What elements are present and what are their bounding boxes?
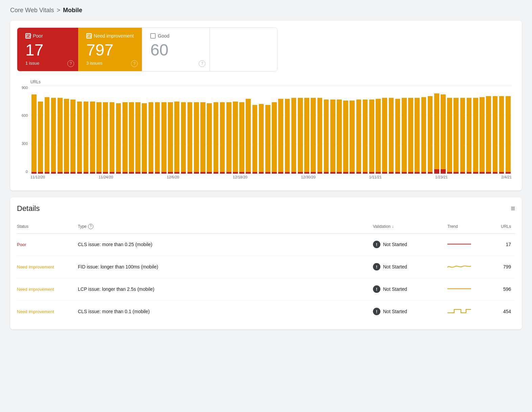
chart-y-label: URLs	[17, 80, 512, 84]
bar-need	[214, 102, 219, 172]
bar-group	[278, 86, 284, 174]
cell-type[interactable]: LCP issue: longer than 2.5s (mobile)	[78, 278, 373, 300]
bar-group	[187, 86, 193, 174]
bar-need	[96, 102, 102, 172]
bar-group	[252, 86, 258, 174]
bar-need	[453, 98, 459, 172]
bar-need	[363, 100, 368, 172]
bar-group	[96, 86, 102, 174]
bar-need	[467, 98, 472, 172]
bar-group	[427, 86, 433, 174]
bar-need	[499, 96, 504, 172]
tile-good[interactable]: Good 60 ?	[142, 28, 209, 71]
cell-status[interactable]: Need improvement	[17, 278, 78, 300]
bar-group	[356, 86, 361, 174]
cell-urls[interactable]: 17	[488, 233, 515, 256]
bar-need	[369, 100, 374, 172]
filter-icon[interactable]: ≡	[511, 204, 515, 213]
bar-need	[278, 99, 283, 172]
bar-need	[343, 101, 348, 172]
cell-type[interactable]: CLS issue: more than 0.1 (mobile)	[78, 300, 373, 323]
bar-need	[376, 99, 381, 172]
cell-urls[interactable]: 799	[488, 256, 515, 278]
bar-group	[486, 86, 491, 174]
validation-icon: !	[373, 285, 380, 293]
bar-group	[135, 86, 141, 174]
status-label: Need improvement	[17, 309, 54, 314]
bar-group	[70, 86, 76, 174]
bar-group	[330, 86, 336, 174]
bar-need	[421, 97, 426, 172]
status-label: Need improvement	[17, 264, 54, 269]
type-help-icon[interactable]: ?	[88, 224, 93, 229]
bar-need	[460, 98, 465, 172]
bar-group	[239, 86, 245, 174]
bar-need	[187, 102, 193, 172]
good-checkbox[interactable]	[150, 33, 156, 39]
bar-need	[285, 99, 290, 172]
bar-group	[76, 86, 82, 174]
tile-need-improvement[interactable]: ✓ Need improvement 797 3 issues ?	[78, 28, 142, 71]
bar-need	[84, 102, 89, 172]
bar-need	[207, 103, 212, 172]
bar-need	[265, 105, 270, 172]
bar-group	[226, 86, 232, 174]
validation-icon: !	[373, 241, 380, 248]
validation-text: Not Started	[383, 309, 407, 314]
table-row: Need improvementFID issue: longer than 1…	[17, 256, 515, 278]
bar-need	[473, 98, 478, 172]
validation-icon: !	[373, 308, 380, 315]
bar-group	[194, 86, 199, 174]
bar-need	[129, 102, 134, 172]
x-axis: 11/12/20 11/24/20 12/6/20 12/18/20 12/30…	[30, 174, 512, 180]
bar-group	[155, 86, 160, 174]
bar-need	[480, 97, 485, 172]
poor-label: Poor	[33, 33, 43, 39]
bar-group	[44, 86, 50, 174]
cell-urls[interactable]: 454	[488, 300, 515, 323]
bar-need	[506, 96, 511, 172]
good-label: Good	[158, 33, 169, 39]
th-urls: URLs	[488, 221, 515, 234]
bar-need	[103, 102, 108, 172]
bar-group	[265, 86, 271, 174]
bar-group	[323, 86, 329, 174]
bar-need	[200, 102, 205, 172]
x-label-7: 2/4/21	[501, 175, 512, 179]
validation-text: Not Started	[383, 286, 407, 292]
bar-need	[155, 102, 160, 172]
bar-group	[284, 86, 290, 174]
bar-group	[271, 86, 277, 174]
bar-need	[70, 100, 75, 172]
cell-urls[interactable]: 596	[488, 278, 515, 300]
bar-group	[115, 86, 121, 174]
poor-checkbox[interactable]: ✓	[25, 33, 31, 39]
cell-type[interactable]: CLS issue: more than 0.25 (mobile)	[78, 233, 373, 256]
good-help[interactable]: ?	[199, 60, 205, 67]
bar-need	[304, 98, 309, 172]
poor-help[interactable]: ?	[67, 60, 74, 67]
tile-poor[interactable]: ✓ Poor 17 1 issue ?	[17, 28, 78, 71]
cell-status[interactable]: Need improvement	[17, 256, 78, 278]
bar-need	[51, 98, 56, 172]
bar-need	[317, 98, 323, 172]
bar-need	[441, 94, 446, 169]
need-help[interactable]: ?	[131, 60, 138, 67]
status-label: Need improvement	[17, 287, 54, 292]
cell-type[interactable]: FID issue: longer than 100ms (mobile)	[78, 256, 373, 278]
bar-group	[304, 86, 310, 174]
sort-icon[interactable]: ↓	[392, 224, 394, 229]
bar-need	[434, 93, 439, 169]
th-validation: Validation ↓	[373, 221, 447, 234]
cell-status[interactable]: Need improvement	[17, 300, 78, 323]
table-row: Need improvementLCP issue: longer than 2…	[17, 278, 515, 300]
x-label-2: 12/6/20	[167, 175, 179, 179]
cell-status[interactable]: Poor	[17, 233, 78, 256]
bar-need	[64, 99, 69, 172]
y-axis: 900 600 300 0	[17, 86, 30, 180]
bar-need	[447, 98, 452, 172]
breadcrumb-parent[interactable]: Core Web Vitals	[10, 7, 54, 14]
need-checkbox[interactable]: ✓	[86, 33, 92, 39]
bar-group	[206, 86, 212, 174]
bar-group	[109, 86, 115, 174]
